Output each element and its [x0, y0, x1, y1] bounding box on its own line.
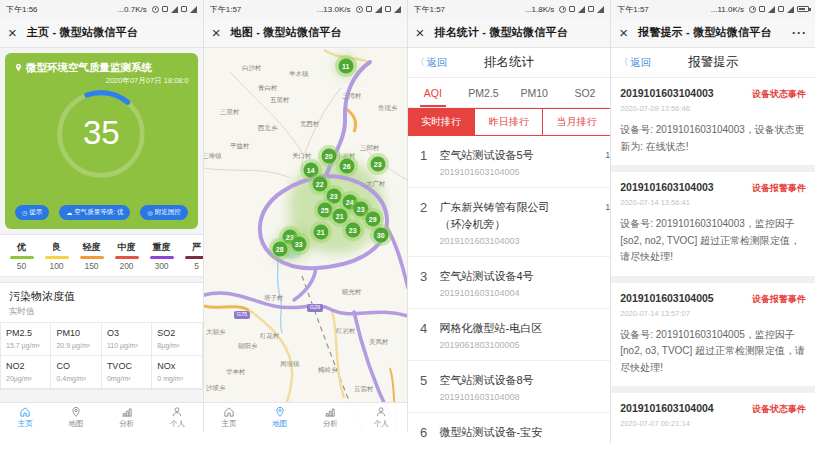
air-quality-level-button[interactable]: ☁空气质量等级: 优 — [59, 205, 130, 220]
station-name: 空气站测试设备4号 — [440, 268, 554, 285]
signal-icon — [375, 6, 382, 13]
scale-color-bar — [45, 256, 69, 259]
station-marker[interactable]: 25 — [317, 203, 332, 218]
alarm-card[interactable]: 2019101603104003 设备报警事件 2020-07-14 13:56… — [611, 172, 815, 276]
aqi-scale-item: 良 100 — [39, 241, 74, 271]
station-marker[interactable]: 11 — [338, 59, 353, 74]
rank-list: 1 空气站测试设备5号 2019101603104005 1 2 广东新兴铸管有… — [408, 136, 611, 444]
sim-icon — [588, 6, 594, 12]
tab-profile[interactable]: 个人 — [356, 403, 407, 432]
alarm-card[interactable]: 2019101603104003 设备状态事件 2020-07-09 13:56… — [611, 78, 815, 165]
page-title: 报警提示 — [688, 54, 738, 71]
device-id: 2019101603104004 — [620, 402, 713, 414]
home-icon — [19, 406, 31, 418]
status-bar: 下午1:56 ...0.7K/s — [0, 0, 203, 18]
rank-row[interactable]: 5 空气站测试设备8号 2019101603104008 — [408, 361, 611, 413]
alarm-card[interactable]: 2019101603104004 设备状态事件 2020-07-07 00:21… — [611, 393, 815, 438]
status-bar: 下午1:57 ...13.0K/s — [204, 0, 407, 18]
back-button[interactable]: 〈 返回 — [619, 56, 651, 70]
rank-row[interactable]: 2 广东新兴铸管有限公司（环冷机旁） 2019101603104003 1 — [408, 188, 611, 257]
device-id: 2019101603104003 — [620, 181, 713, 193]
rank-filter-button[interactable]: 昨日排行 — [474, 109, 542, 135]
device-id: 2019101603104005 — [620, 292, 713, 304]
event-type-badge: 设备状态事件 — [752, 403, 806, 416]
alarm-card[interactable]: 2019101603104005 设备报警事件 2020-07-14 13:57… — [611, 283, 815, 387]
close-icon[interactable]: × — [416, 25, 425, 40]
rank-filter-group: 实时排行 昨日排行 当月排行 — [408, 108, 611, 136]
net-speed: ...1.8K/s — [525, 5, 554, 14]
rank-row[interactable]: 1 空气站测试设备5号 2019101603104005 1 — [408, 136, 611, 188]
station-marker[interactable]: 21 — [313, 225, 328, 240]
station-marker[interactable]: 14 — [303, 163, 318, 178]
tab-home[interactable]: 主页 — [204, 403, 255, 432]
station-name: 网格化微型站-电白区 — [440, 320, 554, 337]
tab-map[interactable]: 地图 — [51, 403, 102, 432]
map-place-label: 大朝乡 — [206, 328, 226, 337]
station-marker[interactable]: 26 — [339, 159, 354, 174]
map-place-label: 红岩村 — [336, 327, 356, 336]
target-icon: ◎ — [147, 209, 152, 216]
rank-filter-button[interactable]: 实时排行 — [408, 109, 475, 135]
nearby-station-button[interactable]: ◎附近国控 — [140, 205, 187, 220]
tab-analysis[interactable]: 分析 — [101, 403, 152, 432]
title-bar: × 报警提示 - 微型站微信平台 ··· — [611, 18, 815, 48]
metric-tab[interactable]: SO2 — [560, 78, 611, 107]
pollutant-cell: SO2 8μg/m³ — [152, 323, 202, 356]
map-place-label: 元西村 — [300, 120, 320, 129]
tab-analysis[interactable]: 分析 — [305, 403, 356, 432]
back-arrow-icon: 〈 — [416, 56, 425, 69]
rank-filter-button[interactable]: 当月排行 — [542, 109, 610, 135]
map-canvas[interactable]: 白沙村 羊木镇 青白村 五星村 三湾村 鱼现乡 三星村 元西村 西北乡 平益村 … — [204, 48, 407, 432]
map-place-label: 梅岭乡 — [318, 366, 338, 375]
aqi-scale-item: 优 50 — [4, 241, 39, 271]
station-name: 微型站测试设备-宝安 — [440, 424, 554, 441]
metric-tab[interactable]: AQI — [408, 78, 459, 107]
system-title: 微型环境空气质量监测系统 — [26, 61, 152, 75]
signal-icon — [190, 6, 197, 13]
alarm-clock-icon — [749, 6, 756, 13]
station-name: 空气站测试设备5号 — [440, 147, 554, 164]
station-marker[interactable]: 21 — [332, 209, 347, 224]
status-time: 下午1:57 — [617, 4, 649, 15]
pollutant-cell: O3 110 μg/m³ — [102, 323, 152, 356]
tab-profile[interactable]: 个人 — [152, 403, 203, 432]
back-arrow-icon: 〈 — [619, 56, 628, 69]
map-place-label: 晓光村 — [342, 288, 362, 297]
metric-tab[interactable]: PM2.5 — [458, 78, 509, 107]
tab-map[interactable]: 地图 — [254, 403, 305, 432]
close-icon[interactable]: × — [8, 25, 17, 40]
close-icon[interactable]: × — [619, 25, 628, 40]
station-marker[interactable]: 23 — [345, 223, 360, 238]
aqi-value: 35 — [54, 114, 148, 152]
metric-tabs: AQI PM2.5 PM10 SO2 — [408, 78, 611, 108]
signal-icon — [597, 6, 604, 13]
person-icon — [375, 406, 387, 418]
rank-row[interactable]: 6 微型站测试设备-宝安 2019062500104002 — [408, 413, 611, 444]
station-marker[interactable]: 23 — [326, 189, 341, 204]
station-marker[interactable]: 30 — [373, 228, 388, 243]
hint-button[interactable]: ◷提示 — [15, 205, 49, 220]
station-marker[interactable]: 23 — [370, 157, 385, 172]
map-place-label: 西北乡 — [258, 124, 278, 133]
rank-row[interactable]: 4 网格化微型站-电白区 2019061803100005 — [408, 309, 611, 361]
sim-icon — [162, 6, 168, 12]
close-icon[interactable]: × — [212, 25, 221, 40]
net-speed: ...13.0K/s — [317, 5, 351, 14]
more-menu-icon[interactable]: ··· — [792, 26, 807, 40]
station-marker[interactable]: 28 — [272, 242, 287, 257]
home-icon — [223, 406, 235, 418]
stage: 下午1:56 ...0.7K/s × 主页 - 微型站微信平台 微型环境空气质量… — [0, 0, 815, 444]
rank-row[interactable]: 3 空气站测试设备4号 2019101603104004 — [408, 257, 611, 309]
signal-icon — [171, 6, 178, 13]
tab-home[interactable]: 主页 — [0, 403, 51, 432]
map-place-label: 美凤村 — [369, 338, 389, 347]
event-description: 设备号: 2019101603104003，监控因子 [so2, no2, TV… — [620, 216, 806, 266]
back-button[interactable]: 〈 返回 — [416, 56, 448, 70]
metric-tab[interactable]: PM10 — [509, 78, 560, 107]
station-marker[interactable]: 33 — [291, 237, 306, 252]
map-place-label: 塔子村 — [264, 294, 284, 303]
station-marker[interactable]: 20 — [321, 149, 336, 164]
station-marker[interactable]: 22 — [312, 177, 327, 192]
event-time: 2020-07-14 13:56:41 — [620, 198, 806, 207]
station-marker[interactable]: 29 — [365, 212, 380, 227]
